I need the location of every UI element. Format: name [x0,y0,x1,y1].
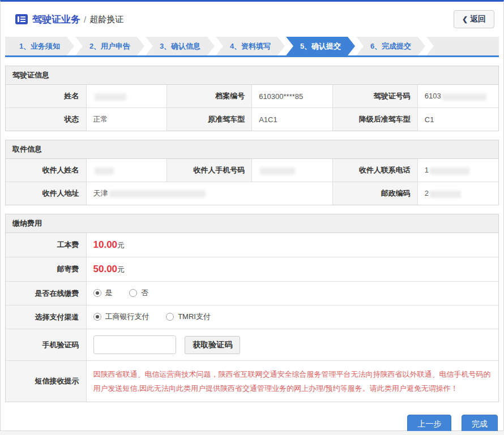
license-info-section: 驾驶证信息 姓名 档案编号 610300****85 驾驶证号码 6103 状态… [5,66,499,131]
sms-tip-text: 因陕西省联通、电信运营商技术问题，陕西省互联网交通安全综合服务管理平台无法向持陕… [86,361,498,402]
step-4-fill-data[interactable]: 4、资料填写 [216,37,285,55]
breadcrumb-separator: / [84,15,86,24]
table-row: 收件人姓名 收件人手机号码 收件人联系电话 1 [6,159,498,182]
table-row: 工本费 10.00元 [6,233,498,257]
table-row: 收件人地址 天津 邮政编码 2 [6,182,498,205]
chevron-left-icon: ❮ [462,15,468,23]
recipient-address-value: 天津 [86,182,332,205]
page-header: 驾驶证业务 / 超龄换证 ❮返回 [1,2,503,36]
work-fee-value: 10.00元 [86,233,498,257]
sms-code-label: 手机验证码 [6,329,86,361]
redacted-postal-code [430,191,461,198]
radio-unselected-icon [166,313,174,321]
license-no-label: 驾驶证号码 [332,85,417,108]
step-2-declaration[interactable]: 2、用户申告 [75,37,144,55]
license-service-icon [15,14,28,24]
pay-channel-options: 工商银行支付 TMRI支付 [86,305,498,329]
table-row: 邮寄费 50.00元 [6,257,498,282]
step-5-confirm-submit[interactable]: 5、确认提交 [286,37,355,55]
redacted-recipient-mobile [260,167,295,175]
page-title: 驾驶证业务 [32,13,80,26]
recipient-mobile-label: 收件人手机号码 [167,159,252,182]
recipient-name-label: 收件人姓名 [6,159,86,182]
previous-step-button[interactable]: 上一步 [407,415,451,431]
get-code-button[interactable]: 获取验证码 [185,336,240,354]
main-panel: 驾驶证业务 / 超龄换证 ❮返回 1、业务须知 2、用户申告 3、确认信息 4、… [0,0,504,431]
radio-selected-icon [93,289,101,297]
sms-code-cell: 获取验证码 [86,329,498,361]
pickup-info-section: 取件信息 收件人姓名 收件人手机号码 收件人联系电话 1 收件人地址 天津 邮政… [5,140,499,205]
table-row: 是否在线缴费 是 否 [6,282,498,305]
footer-actions: 上一步 完成 [1,402,503,431]
online-pay-no-option[interactable]: 否 [129,288,148,298]
online-pay-options: 是 否 [86,282,498,305]
table-row: 短信接收提示 因陕西省联通、电信运营商技术问题，陕西省互联网交通安全综合服务管理… [6,361,498,402]
pickup-info-title: 取件信息 [6,140,498,159]
payment-section: 缴纳费用 工本费 10.00元 邮寄费 50.00元 是否在线缴费 是 否 选择… [5,214,499,402]
name-label: 姓名 [6,85,86,108]
redacted-recipient-name [95,167,114,175]
recipient-phone-value: 1 [417,159,498,182]
down-class-value: C1 [417,108,498,131]
postal-code-label: 邮政编码 [332,182,417,205]
pay-channel-label: 选择支付渠道 [6,305,86,329]
orig-class-label: 原准驾车型 [167,108,252,131]
redacted-recipient-phone [430,167,469,175]
step-progress-bar: 1、业务须知 2、用户申告 3、确认信息 4、资料填写 5、确认提交 6、完成提… [5,37,499,57]
table-row: 选择支付渠道 工商银行支付 TMRI支付 [6,305,498,329]
status-value: 正常 [86,108,167,131]
channel-icbc-option[interactable]: 工商银行支付 [93,312,150,322]
work-fee-label: 工本费 [6,233,86,257]
step-1-notice[interactable]: 1、业务须知 [5,37,74,55]
redacted-license-no [442,93,486,101]
online-pay-label: 是否在线缴费 [6,282,86,305]
table-row: 状态 正常 原准驾车型 A1C1 降级后准驾车型 C1 [6,108,498,131]
sms-code-input[interactable] [93,335,176,354]
file-no-value: 610300****85 [252,85,333,108]
sms-tip-label: 短信接收提示 [6,361,86,402]
payment-title: 缴纳费用 [6,214,498,233]
license-no-value: 6103 [417,85,498,108]
mail-fee-value: 50.00元 [86,257,498,282]
redacted-recipient-address [109,190,206,197]
breadcrumb-current: 超龄换证 [89,14,123,25]
step-3-confirm-info[interactable]: 3、确认信息 [146,37,215,55]
recipient-name-value [86,159,167,182]
license-info-title: 驾驶证信息 [6,66,498,85]
recipient-address-label: 收件人地址 [6,182,86,205]
recipient-mobile-value [252,159,333,182]
table-row: 手机验证码 获取验证码 [6,329,498,361]
table-row: 姓名 档案编号 610300****85 驾驶证号码 6103 [6,85,498,108]
channel-tmri-option[interactable]: TMRI支付 [166,312,211,322]
finish-button[interactable]: 完成 [462,415,498,431]
status-label: 状态 [6,108,86,131]
postal-code-value: 2 [417,182,498,205]
back-button-label: 返回 [470,14,486,23]
online-pay-yes-option[interactable]: 是 [93,288,113,298]
orig-class-value: A1C1 [252,108,333,131]
mail-fee-label: 邮寄费 [6,257,86,282]
step-bar-filler [426,37,499,55]
back-button[interactable]: ❮返回 [454,10,494,28]
file-no-label: 档案编号 [167,85,252,108]
redacted-name [95,93,126,101]
radio-selected-icon [93,313,101,321]
radio-unselected-icon [129,289,137,297]
step-6-complete[interactable]: 6、完成提交 [356,37,425,55]
down-class-label: 降级后准驾车型 [332,108,417,131]
name-value [86,85,167,108]
recipient-phone-label: 收件人联系电话 [332,159,417,182]
step-bar-underline [5,55,499,57]
